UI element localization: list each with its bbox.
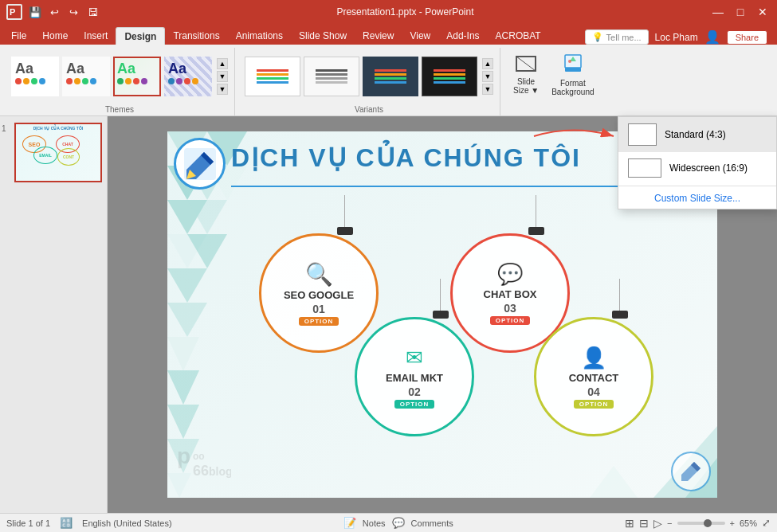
scroll-up[interactable]: ▲	[217, 58, 228, 69]
zoom-in-icon[interactable]: +	[730, 518, 735, 528]
tab-design[interactable]: Design	[116, 27, 165, 45]
view-normal-icon[interactable]: ⊞	[625, 517, 634, 530]
svg-marker-26	[590, 466, 638, 498]
tell-me-input[interactable]: 💡 Tell me...	[585, 29, 649, 45]
slide-size-button[interactable]: SlideSize ▼	[507, 48, 545, 102]
variant-4[interactable]	[422, 57, 477, 96]
theme-3[interactable]: Aa	[113, 57, 161, 96]
user-name: Loc Pham	[655, 32, 698, 43]
maximize-button[interactable]: □	[732, 4, 748, 20]
standard-option[interactable]: Standard (4:3)	[618, 117, 776, 152]
slide-thumb-container-1: 1 DỊCH VỤ CỦA CHÚNG TÔI SEO EMAIL CHAT	[3, 123, 104, 182]
themes-scroll: ▲ ▼ ▼	[217, 58, 228, 95]
svg-line-3	[516, 57, 536, 71]
save-button[interactable]: 💾	[27, 4, 43, 20]
comments-icon: 💬	[392, 517, 405, 529]
variants-scroll-up[interactable]: ▲	[482, 58, 493, 69]
watermark: p 66 oo blog	[175, 436, 231, 490]
tab-acrobat[interactable]: ACROBAT	[488, 27, 549, 45]
svg-text:66: 66	[193, 463, 209, 479]
ornament-contact: 👤 CONTACT 04 OPTION	[586, 279, 653, 436]
widescreen-option[interactable]: Widescreen (16:9)	[618, 152, 776, 184]
scroll-more[interactable]: ▼	[217, 84, 228, 95]
user-icon: 👤	[704, 29, 720, 45]
undo-button[interactable]: ↩	[46, 4, 62, 20]
theme-2[interactable]: Aa	[62, 57, 110, 96]
theme-aa-3: Aa	[117, 61, 157, 77]
spell-check-icon[interactable]: 🔠	[60, 517, 73, 529]
svg-marker-18	[167, 303, 207, 337]
quick-access-toolbar: 💾 ↩ ↪ 🖫	[27, 4, 100, 20]
variant-3[interactable]	[363, 57, 418, 96]
svg-rect-5	[565, 68, 581, 72]
custom-size-link[interactable]: Custom Slide Size...	[618, 188, 776, 209]
slide-size-label: SlideSize ▼	[513, 77, 539, 95]
zoom-slider[interactable]	[677, 522, 725, 525]
themes-label: Themes	[105, 105, 134, 115]
svg-marker-17	[167, 268, 207, 303]
tab-view[interactable]: View	[402, 27, 438, 45]
customize-button[interactable]: 🖫	[84, 4, 100, 20]
tab-file[interactable]: File	[3, 27, 34, 45]
slide-number-1: 1	[2, 124, 6, 133]
svg-marker-20	[167, 370, 199, 405]
status-center: 📝 Notes 💬 Comments	[343, 517, 453, 529]
ornament-seo: 🔍 SEO GOOGLE 01 OPTION	[311, 195, 379, 353]
customize-group: SlideSize ▼ FormatBackground	[504, 48, 604, 115]
tab-slideshow[interactable]: Slide Show	[291, 27, 355, 45]
format-background-button[interactable]: FormatBackground	[545, 48, 600, 102]
format-bg-icon	[562, 53, 584, 79]
theme-dots-4	[168, 78, 208, 84]
theme-dots-2	[66, 78, 106, 84]
svg-text:p: p	[177, 444, 190, 468]
share-button[interactable]: Share	[727, 30, 767, 45]
view-sorter-icon[interactable]: ⊟	[639, 517, 649, 530]
tab-addins[interactable]: Add-Ins	[438, 27, 487, 45]
ribbon-right: 💡 Tell me... Loc Pham 👤 Share	[585, 29, 774, 45]
redo-button[interactable]: ↪	[65, 4, 81, 20]
slide-panel: 1 DỊCH VỤ CỦA CHÚNG TÔI SEO EMAIL CHAT	[0, 116, 108, 513]
theme-1[interactable]: Aa	[11, 57, 59, 96]
window-title: Presentation1.pptx - PowerPoint	[336, 6, 473, 18]
theme-4[interactable]: Aa	[164, 57, 212, 96]
themes-group: Aa Aa Aa	[5, 48, 235, 115]
arrow-annotation	[526, 120, 622, 155]
scroll-down[interactable]: ▼	[217, 71, 228, 82]
title-bar-left: P 💾 ↩ ↪ 🖫	[6, 4, 100, 20]
variants-label: Variants	[355, 105, 383, 115]
language: English (United States)	[82, 518, 172, 528]
notes-label[interactable]: Notes	[363, 518, 386, 528]
app-icon: P	[6, 4, 22, 20]
comments-label[interactable]: Comments	[411, 518, 453, 528]
theme-dots-3	[117, 78, 157, 84]
dropdown-divider	[618, 186, 776, 186]
fit-slide-icon[interactable]: ⤢	[762, 517, 771, 529]
svg-marker-19	[167, 337, 199, 371]
variant-2[interactable]	[304, 57, 359, 96]
variants-scroll-more[interactable]: ▼	[482, 84, 493, 95]
tab-insert[interactable]: Insert	[76, 27, 116, 45]
lightbulb-icon: 💡	[592, 32, 603, 42]
format-bg-label: FormatBackground	[551, 79, 594, 96]
minimize-button[interactable]: —	[710, 4, 726, 20]
theme-aa-1: Aa	[15, 61, 55, 77]
close-button[interactable]: ✕	[755, 4, 771, 20]
zoom-out-icon[interactable]: −	[667, 518, 672, 528]
window-controls: — □ ✕	[710, 4, 771, 20]
tab-transitions[interactable]: Transitions	[165, 27, 227, 45]
slide-size-icon	[515, 55, 537, 77]
svg-point-6	[568, 60, 571, 63]
status-right: ⊞ ⊟ ▷ − + 65% ⤢	[625, 517, 771, 530]
view-reading-icon[interactable]: ▷	[653, 517, 662, 530]
tab-home[interactable]: Home	[34, 27, 76, 45]
tab-review[interactable]: Review	[355, 27, 402, 45]
zoom-thumb[interactable]	[704, 519, 712, 527]
variant-1[interactable]	[245, 57, 300, 96]
theme-dots-1	[15, 78, 55, 84]
theme-aa-2: Aa	[66, 61, 106, 77]
tab-animations[interactable]: Animations	[228, 27, 291, 45]
zoom-level[interactable]: 65%	[740, 518, 757, 528]
slide-info: Slide 1 of 1	[6, 518, 50, 528]
variants-scroll-down[interactable]: ▼	[482, 71, 493, 82]
slide-thumb-1[interactable]: DỊCH VỤ CỦA CHÚNG TÔI SEO EMAIL CHAT CON…	[14, 123, 102, 182]
